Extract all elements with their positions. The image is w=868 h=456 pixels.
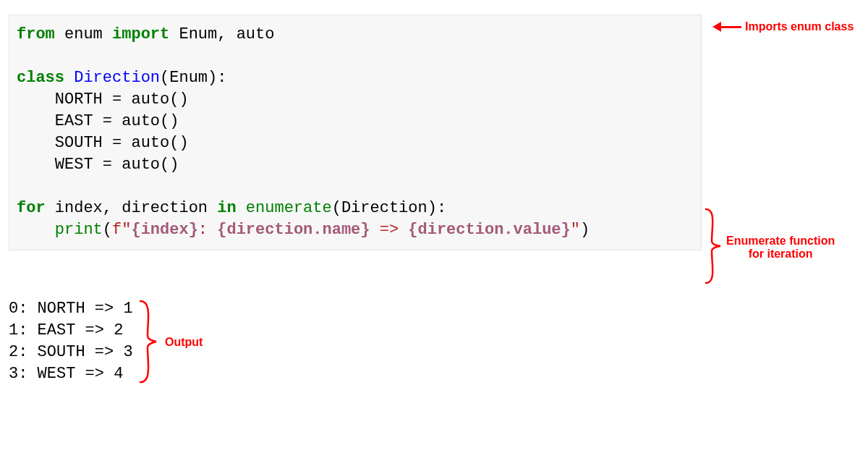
txt: (Direction): [332, 199, 446, 217]
txt: (Enum): [160, 69, 226, 87]
output-line-4: 3: WEST => 4 [9, 365, 123, 383]
code-line-4: NORTH = auto() [17, 90, 189, 109]
output-line-1: 0: NORTH => 1 [9, 300, 133, 318]
txt: ( [103, 221, 112, 239]
str: f" [112, 221, 131, 239]
code-line-5: EAST = auto() [17, 112, 179, 130]
code-line-9: for index, direction in enumerate(Direct… [17, 199, 446, 217]
code-line-7: WEST = auto() [17, 156, 179, 174]
code-line-10: print(f"{index}: {direction.name} => {di… [17, 221, 590, 239]
kw-import: import [112, 25, 169, 43]
indent [17, 221, 55, 239]
txt: enum [55, 25, 112, 43]
interp: {index} [131, 221, 197, 239]
output-line-2: 1: EAST => 2 [9, 321, 123, 339]
txt [237, 199, 246, 217]
class-name: Direction [74, 69, 160, 87]
interp: {direction.value} [408, 221, 570, 239]
kw-from: from [17, 25, 55, 43]
txt: ) [580, 221, 590, 239]
kw-for: for [17, 199, 46, 217]
annotation-imports: Imports enum class [745, 20, 854, 33]
output-block: 0: NORTH => 1 1: EAST => 2 2: SOUTH => 3… [9, 298, 133, 385]
brace-enumerate-icon [703, 206, 723, 286]
arrow-head-icon [712, 22, 721, 32]
code-line-6: SOUTH = auto() [17, 134, 189, 152]
code-line-1: from enum import Enum, auto [17, 25, 274, 43]
str: => [370, 221, 409, 239]
kw-class: class [17, 69, 64, 87]
annotation-output: Output [165, 336, 203, 349]
kw-in: in [217, 199, 236, 217]
annotation-enumerate: Enumerate function for iteration [726, 235, 835, 261]
txt: index, direction [46, 199, 218, 217]
annotation-enumerate-line1: Enumerate function [726, 235, 835, 248]
str: : [198, 221, 217, 239]
txt [64, 69, 74, 87]
annotation-enumerate-line2: for iteration [726, 248, 835, 261]
arrow-shaft-icon [721, 26, 741, 28]
fn-print: print [55, 221, 103, 239]
code-block: from enum import Enum, auto class Direct… [9, 14, 702, 250]
arrow-left-icon [712, 22, 741, 32]
str: " [571, 221, 580, 239]
brace-output-icon [137, 297, 159, 387]
output-line-3: 2: SOUTH => 3 [9, 343, 133, 361]
txt: Enum, auto [169, 25, 274, 43]
code-line-3: class Direction(Enum): [17, 69, 226, 87]
fn-enumerate: enumerate [246, 199, 332, 217]
page-root: from enum import Enum, auto class Direct… [0, 0, 868, 456]
interp: {direction.name} [217, 221, 370, 239]
